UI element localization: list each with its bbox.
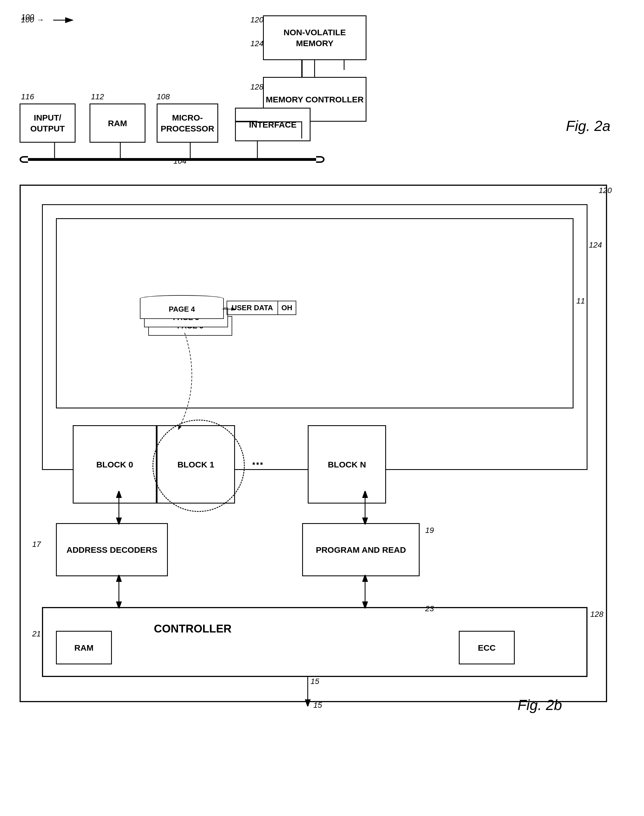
ref-124-2b: 124 <box>589 241 602 250</box>
address-decoders-box: ADDRESS DECODERS <box>56 523 168 576</box>
page4-label: PAGE 4 <box>169 305 195 314</box>
ecc-box: ECC <box>459 631 515 664</box>
ref-19: 19 <box>425 526 434 535</box>
ref-108: 108 <box>156 92 170 101</box>
page4-box: PAGE 4 <box>140 299 224 319</box>
program-and-read-label: PROGRAM AND READ <box>316 545 406 555</box>
page-stack-top <box>140 295 224 302</box>
ram-box-2a: RAM <box>89 103 146 143</box>
ref-15-label: 15 <box>313 701 322 710</box>
ref-17: 17 <box>32 540 41 549</box>
arrow-addr-ctrl <box>108 575 130 609</box>
address-decoders-label: ADDRESS DECODERS <box>66 545 157 555</box>
line-mc-iface <box>301 122 302 138</box>
microprocessor-box: MICRO- PROCESSOR <box>156 103 218 143</box>
arrow-prog-array <box>354 491 376 525</box>
line-interface-h <box>235 121 258 122</box>
microprocessor-label: MICRO- PROCESSOR <box>158 112 218 134</box>
ecc-label: ECC <box>478 642 495 653</box>
arrow-addr-array <box>108 491 130 525</box>
ref-128-2b: 128 <box>590 610 603 619</box>
input-output-box: INPUT/ OUTPUT <box>20 103 75 143</box>
arrow-prog-ctrl <box>354 575 376 609</box>
controller-label: CONTROLLER <box>154 623 232 635</box>
ref-11: 11 <box>576 296 585 305</box>
oh-label: OH <box>278 301 296 314</box>
ref-120-2b: 120 <box>599 186 612 195</box>
line-nvm-mc-vertical <box>301 60 302 77</box>
ram-label-2a: RAM <box>108 118 127 129</box>
memory-controller-label: MEMORY CONTROLLER <box>266 94 364 105</box>
line-interface-down <box>235 121 236 138</box>
fig-2a-label: Fig. 2a <box>566 118 610 134</box>
non-volatile-memory-box: NON-VOLATILE MEMORY <box>263 15 366 60</box>
ref-112: 112 <box>91 92 104 101</box>
line-nvm-mc <box>314 60 315 77</box>
input-output-label: INPUT/ OUTPUT <box>20 112 75 134</box>
interface-box: INTERFACE <box>235 108 311 141</box>
ref-120-2a: 120 <box>250 15 264 25</box>
ref-124-2a: 124 <box>250 39 264 48</box>
ref-128-2a: 128 <box>250 83 264 92</box>
fig-2b-label: Fig. 2b <box>518 696 562 713</box>
diagram-container: 100 100 → NON-VOLATILE MEMORY 120 124 ME… <box>0 0 644 816</box>
ref-104: 104 <box>173 156 187 166</box>
ellipsis: ... <box>252 452 264 468</box>
ref-116: 116 <box>21 92 34 101</box>
bus-cap-left <box>20 156 28 163</box>
non-volatile-memory-label: NON-VOLATILE MEMORY <box>264 27 366 49</box>
ref-23: 23 <box>425 604 434 613</box>
program-and-read-box: PROGRAM AND READ <box>302 523 420 576</box>
userdata-oh-box: USER DATA OH <box>227 301 296 315</box>
fig2b-array-box <box>56 218 573 408</box>
bus-cap-right <box>316 156 325 163</box>
ram-box-2b: RAM <box>56 631 112 664</box>
blockN-label: BLOCK N <box>328 459 366 470</box>
block0-label: BLOCK 0 <box>96 459 133 470</box>
curved-arrow <box>156 327 213 434</box>
ref-21: 21 <box>32 629 41 638</box>
page-to-userdata-arrow <box>221 305 235 313</box>
ram-label-2b: RAM <box>74 642 94 653</box>
